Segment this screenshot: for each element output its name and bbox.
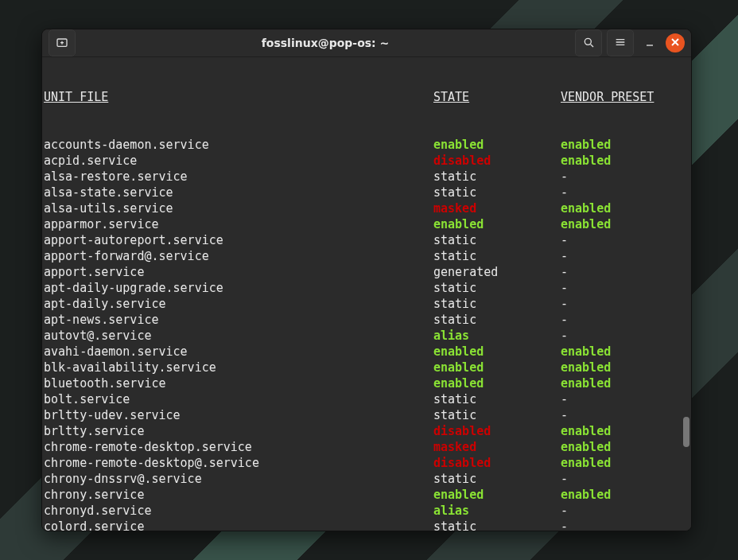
unit-file: brltty.service	[44, 423, 433, 439]
unit-state: enabled	[433, 216, 561, 232]
search-icon	[582, 36, 595, 51]
service-row: apt-daily-upgrade.servicestatic-	[44, 280, 689, 296]
unit-preset: -	[561, 280, 689, 296]
unit-state: static	[433, 391, 561, 407]
unit-preset: enabled	[561, 153, 689, 169]
svg-line-4	[591, 44, 593, 46]
unit-preset: enabled	[561, 375, 689, 391]
service-row: avahi-daemon.serviceenabledenabled	[44, 344, 689, 360]
service-row: apport.servicegenerated-	[44, 264, 689, 280]
unit-state: enabled	[433, 487, 561, 503]
menu-button[interactable]	[607, 29, 634, 56]
unit-preset: -	[561, 328, 689, 344]
unit-preset: enabled	[561, 487, 689, 503]
unit-file: chrome-remote-desktop@.service	[44, 455, 433, 471]
terminal-window: fosslinux@pop-os: ~	[41, 29, 692, 531]
search-button[interactable]	[575, 29, 602, 56]
unit-preset: -	[561, 248, 689, 264]
unit-state: alias	[433, 328, 561, 344]
header-state: STATE	[433, 89, 561, 105]
unit-preset: -	[561, 391, 689, 407]
unit-preset: -	[561, 232, 689, 248]
titlebar: fosslinux@pop-os: ~	[42, 29, 691, 57]
new-tab-button[interactable]	[49, 29, 76, 56]
unit-file: chrony.service	[44, 487, 433, 503]
unit-preset: enabled	[561, 455, 689, 471]
close-icon	[669, 36, 682, 51]
unit-file: autovt@.service	[44, 328, 433, 344]
service-row: colord.servicestatic-	[44, 519, 689, 531]
unit-file: apt-daily.service	[44, 296, 433, 312]
unit-state: enabled	[433, 375, 561, 391]
unit-preset: -	[561, 407, 689, 423]
column-headers: UNIT FILE STATE VENDOR PRESET	[44, 89, 689, 105]
service-row: bolt.servicestatic-	[44, 391, 689, 407]
unit-file: chronyd.service	[44, 503, 433, 519]
unit-preset: -	[561, 296, 689, 312]
unit-preset: -	[561, 519, 689, 531]
service-row: chrony.serviceenabledenabled	[44, 487, 689, 503]
unit-state: masked	[433, 439, 561, 455]
unit-preset: -	[561, 503, 689, 519]
unit-state: enabled	[433, 344, 561, 360]
close-button[interactable]	[666, 33, 685, 52]
unit-preset: enabled	[561, 216, 689, 232]
header-preset: VENDOR PRESET	[561, 89, 689, 105]
unit-preset: enabled	[561, 439, 689, 455]
unit-file: accounts-daemon.service	[44, 137, 433, 153]
service-row: alsa-state.servicestatic-	[44, 185, 689, 200]
service-row: apport-forward@.servicestatic-	[44, 248, 689, 264]
unit-file: bolt.service	[44, 391, 433, 407]
new-tab-icon	[56, 36, 68, 51]
service-row: apparmor.serviceenabledenabled	[44, 216, 689, 232]
header-unit: UNIT FILE	[44, 89, 433, 105]
minimize-button[interactable]	[639, 32, 661, 54]
service-row: chronyd.servicealias-	[44, 503, 689, 519]
unit-state: static	[433, 169, 561, 185]
service-row: alsa-restore.servicestatic-	[44, 169, 689, 185]
unit-preset: enabled	[561, 423, 689, 439]
unit-file: alsa-restore.service	[44, 169, 433, 185]
service-row: apt-daily.servicestatic-	[44, 296, 689, 312]
unit-state: generated	[433, 264, 561, 280]
unit-file: bluetooth.service	[44, 375, 433, 391]
scrollbar-thumb[interactable]	[683, 417, 689, 447]
unit-preset: enabled	[561, 200, 689, 216]
unit-state: disabled	[433, 423, 561, 439]
unit-file: acpid.service	[44, 153, 433, 169]
service-row: accounts-daemon.serviceenabledenabled	[44, 137, 689, 153]
unit-state: static	[433, 407, 561, 423]
unit-preset: enabled	[561, 137, 689, 153]
unit-file: apport-autoreport.service	[44, 232, 433, 248]
unit-state: static	[433, 519, 561, 531]
service-row: bluetooth.serviceenabledenabled	[44, 375, 689, 391]
service-row: acpid.servicedisabledenabled	[44, 153, 689, 169]
unit-file: avahi-daemon.service	[44, 344, 433, 360]
unit-file: brltty-udev.service	[44, 407, 433, 423]
unit-state: alias	[433, 503, 561, 519]
unit-state: disabled	[433, 153, 561, 169]
service-row: blk-availability.serviceenabledenabled	[44, 360, 689, 375]
unit-file: chrome-remote-desktop.service	[44, 439, 433, 455]
service-row: chrome-remote-desktop.servicemaskedenabl…	[44, 439, 689, 455]
unit-state: enabled	[433, 360, 561, 375]
unit-preset: -	[561, 312, 689, 328]
window-title: fosslinux@pop-os: ~	[82, 37, 569, 49]
unit-preset: enabled	[561, 360, 689, 375]
unit-state: static	[433, 280, 561, 296]
service-row: alsa-utils.servicemaskedenabled	[44, 200, 689, 216]
unit-state: static	[433, 232, 561, 248]
service-row: brltty.servicedisabledenabled	[44, 423, 689, 439]
unit-file: apport-forward@.service	[44, 248, 433, 264]
unit-preset: -	[561, 185, 689, 200]
unit-file: apparmor.service	[44, 216, 433, 232]
unit-preset: enabled	[561, 344, 689, 360]
terminal-output[interactable]: UNIT FILE STATE VENDOR PRESET accounts-d…	[42, 57, 691, 531]
unit-state: enabled	[433, 137, 561, 153]
unit-state: static	[433, 312, 561, 328]
unit-state: static	[433, 471, 561, 487]
service-row: chrony-dnssrv@.servicestatic-	[44, 471, 689, 487]
unit-state: static	[433, 296, 561, 312]
unit-preset: -	[561, 264, 689, 280]
hamburger-icon	[614, 36, 627, 51]
